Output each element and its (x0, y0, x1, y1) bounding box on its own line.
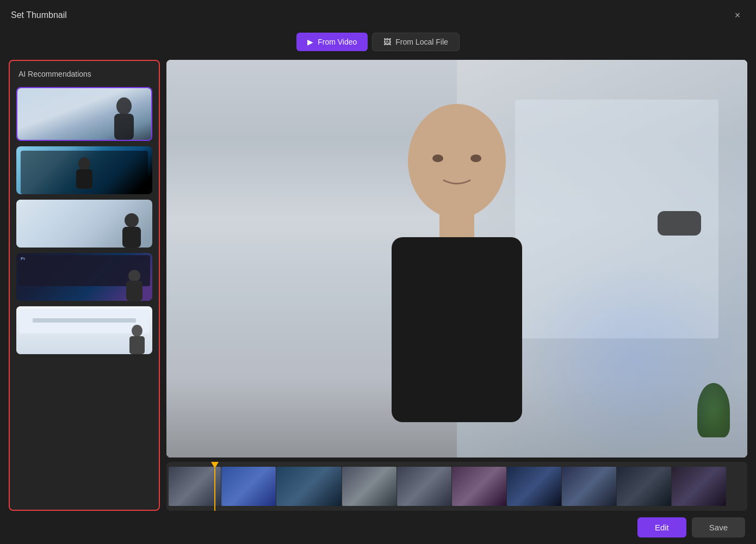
file-icon: 🖼 (383, 38, 391, 46)
svg-rect-7 (126, 281, 142, 301)
timeline-thumb-7[interactable] (507, 467, 561, 506)
svg-point-6 (128, 270, 140, 282)
preview-image (166, 60, 747, 458)
svg-point-2 (78, 157, 90, 170)
svg-point-10 (408, 104, 506, 218)
timeline-thumb-4[interactable] (342, 467, 396, 506)
timeline-thumb-2[interactable] (221, 467, 276, 506)
marker-line (214, 468, 215, 511)
ai-thumbnail-5[interactable] (16, 306, 152, 354)
timeline-thumb-1[interactable] (169, 467, 221, 506)
svg-rect-3 (76, 169, 92, 189)
tab-from-local-file[interactable]: 🖼 From Local File (372, 33, 459, 51)
ai-thumbnail-1[interactable] (16, 87, 152, 141)
ai-thumbnail-4[interactable]: Pr (16, 253, 152, 301)
svg-point-4 (125, 213, 139, 227)
svg-rect-12 (392, 237, 522, 422)
ai-thumbnail-2[interactable] (16, 146, 152, 194)
set-thumbnail-dialog: Set Thumbnail × ▶ From Video 🖼 From Loca… (0, 0, 756, 544)
timeline-marker[interactable] (214, 462, 215, 511)
close-button[interactable]: × (730, 8, 745, 23)
svg-point-14 (470, 154, 481, 162)
ai-recommendations-sidebar: AI Recommendations (9, 60, 160, 511)
svg-rect-1 (114, 114, 134, 140)
sidebar-title: AI Recommendations (16, 67, 152, 82)
dialog-title: Set Thumbnail (11, 10, 67, 20)
svg-point-13 (432, 154, 443, 162)
main-preview-area (166, 60, 747, 458)
svg-point-8 (132, 325, 142, 337)
timeline-thumb-5[interactable] (397, 467, 451, 506)
timeline-thumb-3[interactable] (276, 467, 342, 506)
bottom-bar: Edit Save (0, 511, 756, 544)
timeline-thumb-6[interactable] (452, 467, 506, 506)
tab-bar: ▶ From Video 🖼 From Local File (0, 28, 756, 60)
tab-from-local-file-label: From Local File (395, 38, 448, 46)
ai-thumbnail-3[interactable] (16, 200, 152, 248)
timeline-thumb-10[interactable] (672, 467, 726, 506)
edit-button[interactable]: Edit (637, 517, 686, 537)
save-button[interactable]: Save (692, 517, 745, 537)
right-panel (166, 60, 747, 511)
title-bar: Set Thumbnail × (0, 0, 756, 28)
marker-head-icon (211, 462, 219, 468)
svg-rect-9 (129, 336, 145, 354)
main-content: AI Recommendations (0, 60, 756, 511)
timeline-thumb-8[interactable] (562, 467, 616, 506)
tab-from-video-label: From Video (318, 38, 357, 46)
svg-rect-5 (122, 227, 141, 248)
timeline-strip[interactable] (166, 462, 747, 511)
tab-from-video[interactable]: ▶ From Video (296, 33, 368, 51)
svg-point-0 (116, 97, 132, 115)
video-icon: ▶ (307, 38, 313, 46)
timeline-thumbnails (166, 462, 747, 511)
timeline-thumb-9[interactable] (617, 467, 671, 506)
